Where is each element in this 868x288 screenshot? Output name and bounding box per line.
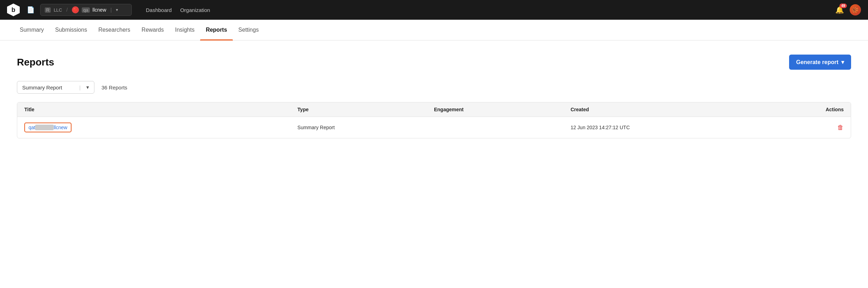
table-header-engagement: Engagement [434,107,571,112]
report-type-select[interactable]: Summary Report | ▾ [17,81,94,94]
title-text: qat [29,125,35,130]
title-blurred: ████ [35,125,54,130]
generate-report-chevron-icon: ▾ [841,59,844,65]
program-badge: 🔴 [72,6,79,13]
table-header-actions: Actions [775,107,844,112]
subnav-item-settings[interactable]: Settings [233,20,265,40]
topbar-nav-dashboard[interactable]: Dashboard [143,5,174,15]
filter-row: Summary Report | ▾ 36 Reports [17,81,851,94]
topbar-nav-organization[interactable]: Organization [177,5,213,15]
report-title-link[interactable]: qat████llcnew [24,123,72,132]
table-cell-type: Summary Report [297,125,434,130]
program-blurred-prefix: R [45,7,51,13]
subnav: Summary Submissions Researchers Rewards … [0,20,868,40]
subnav-item-rewards[interactable]: Rewards [136,20,169,40]
program-slash: / [66,7,68,13]
table-header-title: Title [24,107,297,112]
main-content: Reports Generate report ▾ Summary Report… [0,40,868,152]
topbar-nav: Dashboard Organization [143,5,213,15]
report-type-label: Summary Report [22,84,74,90]
table-cell-created: 12 Jun 2023 14:27:12 UTC [571,125,776,130]
program-chevron-icon: ▾ [116,7,118,12]
table-cell-actions: 🗑 [775,124,844,131]
avatar[interactable]: 🏀 [850,4,861,15]
notification-badge: 49 [839,4,847,8]
subnav-item-insights[interactable]: Insights [169,20,200,40]
title-suffix: llcnew [54,125,67,130]
report-count: 36 Reports [101,84,127,90]
table-header-created: Created [571,107,776,112]
reports-table: Title Type Engagement Created Actions qa… [17,102,851,138]
topbar-right: 🔔 49 🏀 [835,4,861,15]
program-separator: | [111,7,112,13]
report-type-chevron-icon: ▾ [86,84,89,90]
generate-report-button[interactable]: Generate report ▾ [789,55,851,70]
generate-report-label: Generate report [796,59,838,65]
table-header: Title Type Engagement Created Actions [17,102,851,117]
subnav-item-reports[interactable]: Reports [200,20,232,40]
logo[interactable]: b [7,4,20,16]
logo-letter: b [12,6,16,14]
report-type-divider: | [79,84,81,90]
page-header: Reports Generate report ▾ [17,55,851,70]
program-selector[interactable]: R LLC / 🔴 qa llcnew | ▾ [40,4,132,16]
subnav-item-submissions[interactable]: Submissions [49,20,93,40]
program-name-suffix: llcnew [93,7,106,13]
program-slug-blurred: qa [82,7,89,13]
document-icon: 📄 [27,6,35,14]
delete-icon[interactable]: 🗑 [837,124,844,131]
subnav-item-summary[interactable]: Summary [14,20,49,40]
table-row: qat████llcnew Summary Report 12 Jun 2023… [17,117,851,138]
table-cell-title: qat████llcnew [24,123,297,132]
page-title: Reports [17,57,54,68]
subnav-item-researchers[interactable]: Researchers [93,20,136,40]
topbar: b 📄 R LLC / 🔴 qa llcnew | ▾ Dashboard Or… [0,0,868,20]
program-org: LLC [54,7,62,13]
notification-bell[interactable]: 🔔 49 [835,6,844,14]
table-header-type: Type [297,107,434,112]
